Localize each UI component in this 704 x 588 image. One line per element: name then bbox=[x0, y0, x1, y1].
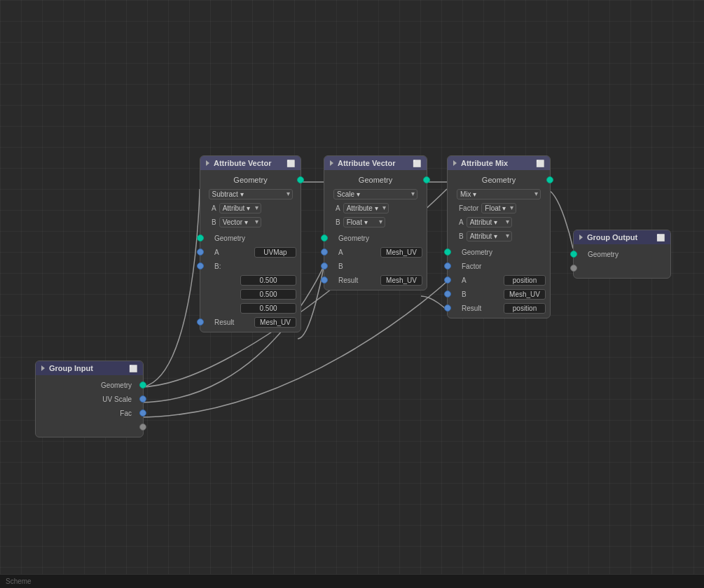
b-field[interactable]: Mesh_UV bbox=[504, 289, 546, 300]
a-input-socket[interactable] bbox=[197, 248, 204, 255]
attr-vec2-result-row: Result Mesh_UV bbox=[324, 273, 427, 287]
geometry-input-label: Geometry bbox=[205, 234, 245, 242]
b-label: B bbox=[452, 232, 464, 240]
geometry-label: Geometry bbox=[578, 251, 619, 258]
node-attr-vec-2: Attribute Vector ⬜ Geometry Scale ▾ A At… bbox=[324, 155, 427, 290]
result-socket[interactable] bbox=[321, 276, 328, 284]
attr-vec1-b-row: B Vector ▾ bbox=[200, 215, 301, 229]
monitor-icon: ⬜ bbox=[129, 365, 137, 372]
a-field[interactable]: Mesh_UV bbox=[380, 247, 422, 258]
result-label: Result bbox=[205, 318, 234, 326]
b-input-label: B: bbox=[205, 262, 221, 270]
b-z-field[interactable]: 0.500 bbox=[240, 303, 296, 314]
factor-input-socket[interactable] bbox=[444, 262, 451, 270]
attr-mix-geo-out-row: Geometry bbox=[448, 173, 550, 187]
result-socket[interactable] bbox=[444, 304, 451, 312]
attr-mix-result-row: Result position bbox=[448, 301, 550, 315]
fac-output-socket[interactable] bbox=[139, 410, 146, 416]
a-input-socket[interactable] bbox=[321, 248, 328, 255]
node-attr-vec-2-body: Geometry Scale ▾ A Attribute ▾ B Float ▾… bbox=[324, 170, 427, 290]
result-label: Result bbox=[329, 276, 358, 284]
factor-input-label: Factor bbox=[452, 262, 481, 270]
attr-mix-factor-row: Factor Float ▾ bbox=[448, 201, 550, 215]
group-input-uvscale-row: UV Scale bbox=[36, 392, 143, 406]
geometry-input-socket[interactable] bbox=[444, 248, 451, 255]
a-dropdown[interactable]: Attribute ▾ bbox=[343, 203, 389, 214]
geometry-output-socket[interactable] bbox=[423, 176, 430, 183]
node-title: Attribute Vector bbox=[214, 159, 272, 167]
b-input-socket[interactable] bbox=[321, 262, 328, 270]
attr-mix-dropdown-row: Mix ▾ bbox=[448, 187, 550, 201]
a-input-socket[interactable] bbox=[444, 276, 451, 284]
result-field[interactable]: position bbox=[504, 303, 546, 314]
mode-dropdown[interactable]: Scale ▾ bbox=[333, 189, 417, 200]
fac-label: Fac bbox=[120, 410, 139, 417]
geo-output-label: Geometry bbox=[359, 176, 392, 184]
geometry-output-socket[interactable] bbox=[139, 382, 146, 388]
connections-canvas bbox=[0, 0, 704, 588]
b-dropdown[interactable]: Attribut ▾ bbox=[467, 231, 512, 241]
attr-vec2-a-input-row: A Mesh_UV bbox=[324, 245, 427, 259]
collapse-icon bbox=[579, 234, 583, 240]
attr-vec1-dropdown-row[interactable]: Subtract ▾ bbox=[200, 187, 301, 201]
attr-vec1-a-input-row: A UVMap bbox=[200, 245, 301, 259]
a-input-label: A bbox=[205, 248, 219, 256]
attr-mix-a-input-row: A position bbox=[448, 273, 550, 287]
result-label: Result bbox=[452, 304, 481, 312]
factor-label: Factor bbox=[452, 204, 478, 212]
b-label: B bbox=[205, 218, 216, 226]
a-input-field[interactable]: UVMap bbox=[254, 247, 296, 258]
node-group-input: Group Input ⬜ Geometry UV Scale Fac bbox=[35, 360, 144, 438]
attr-vec1-result-row: Result Mesh_UV bbox=[200, 315, 301, 329]
uvscale-output-socket[interactable] bbox=[139, 396, 146, 402]
node-title: Attribute Mix bbox=[461, 159, 508, 167]
monitor-icon: ⬜ bbox=[413, 160, 421, 167]
node-attr-vec-1: Attribute Vector ⬜ Geometry Subtract ▾ A… bbox=[200, 155, 301, 332]
node-title: Attribute Vector bbox=[338, 159, 396, 167]
attr-mix-factor-input-row: Factor bbox=[448, 259, 550, 273]
collapse-icon bbox=[206, 160, 209, 166]
b-input-socket[interactable] bbox=[444, 290, 451, 298]
a-dropdown[interactable]: Attribut ▾ bbox=[219, 203, 261, 214]
result-input-socket[interactable] bbox=[197, 318, 204, 326]
result-field[interactable]: Mesh_UV bbox=[254, 317, 296, 328]
b-input-socket[interactable] bbox=[197, 262, 204, 270]
result-field[interactable]: Mesh_UV bbox=[380, 275, 422, 286]
geometry-output-socket[interactable] bbox=[297, 176, 304, 183]
geometry-input-socket[interactable] bbox=[197, 234, 204, 241]
geometry-output-socket[interactable] bbox=[546, 176, 553, 183]
b-dropdown[interactable]: Float ▾ bbox=[343, 217, 385, 227]
factor-dropdown[interactable]: Float ▾ bbox=[481, 203, 516, 214]
b-dropdown[interactable]: Vector ▾ bbox=[219, 217, 261, 227]
a-label: A bbox=[329, 204, 340, 212]
mode-dropdown[interactable]: Subtract ▾ bbox=[209, 189, 293, 200]
a-dropdown[interactable]: Attribut ▾ bbox=[467, 217, 512, 227]
a-field[interactable]: position bbox=[504, 275, 546, 286]
attr-vec2-dropdown-row[interactable]: Scale ▾ bbox=[324, 187, 427, 201]
geometry-input-socket[interactable] bbox=[321, 234, 328, 241]
group-input-geometry-row: Geometry bbox=[36, 378, 143, 392]
attr-mix-b-input-row: B Mesh_UV bbox=[448, 287, 550, 301]
attr-vec2-a-row: A Attribute ▾ bbox=[324, 201, 427, 215]
monitor-icon: ⬜ bbox=[536, 160, 544, 167]
connection-line bbox=[139, 189, 200, 387]
geometry-input-socket[interactable] bbox=[570, 251, 577, 258]
b-input-label: B bbox=[452, 290, 467, 298]
b-y-field[interactable]: 0.500 bbox=[240, 289, 296, 300]
node-group-input-body: Geometry UV Scale Fac bbox=[36, 375, 143, 437]
geo-output-label: Geometry bbox=[482, 176, 516, 184]
b-x-field[interactable]: 0.500 bbox=[240, 275, 296, 286]
attr-mix-geoinput-row: Geometry bbox=[448, 245, 550, 259]
attr-mix-a-row: A Attribut ▾ bbox=[448, 215, 550, 229]
node-attr-mix: Attribute Mix ⬜ Geometry Mix ▾ Factor Fl… bbox=[447, 155, 551, 318]
mode-dropdown[interactable]: Mix ▾ bbox=[457, 189, 541, 200]
attr-mix-b-row: B Attribut ▾ bbox=[448, 229, 550, 243]
attr-vec1-b-x-row: 0.500 bbox=[200, 273, 301, 287]
node-group-input-header: Group Input ⬜ bbox=[36, 361, 143, 375]
node-group-output-header: Group Output ⬜ bbox=[574, 230, 670, 244]
status-text: Scheme bbox=[6, 578, 32, 585]
b-input-label: B bbox=[329, 262, 343, 270]
attr-vec2-geo-row: Geometry bbox=[324, 173, 427, 187]
connection-line bbox=[421, 296, 447, 310]
attr-vec2-geoinput-row: Geometry bbox=[324, 231, 427, 245]
